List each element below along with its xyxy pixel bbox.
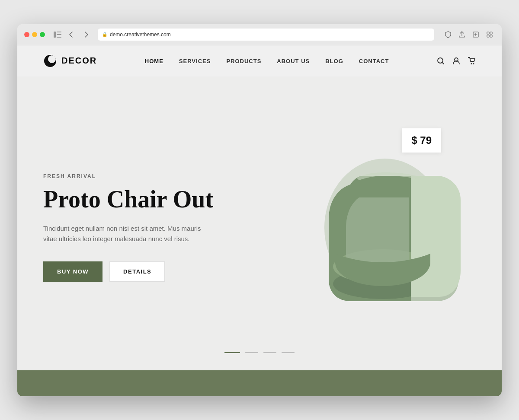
logo-text: DECOR [61, 56, 97, 66]
address-bar[interactable]: 🔒 demo.creativethemes.com [98, 29, 434, 41]
browser-chrome: 🔒 demo.creativethemes.com [17, 24, 502, 45]
account-button[interactable] [452, 57, 460, 65]
price-tag: $ 79 [402, 128, 441, 153]
svg-point-14 [473, 63, 474, 64]
chair-image [294, 137, 476, 318]
svg-rect-3 [57, 37, 61, 38]
hero-buttons: BUY NOW DETAILS [43, 261, 213, 282]
minimize-dot[interactable] [32, 32, 37, 37]
svg-rect-5 [487, 32, 489, 34]
svg-rect-8 [490, 35, 492, 37]
share-icon[interactable] [457, 29, 467, 40]
svg-rect-7 [487, 35, 489, 37]
url-text: demo.creativethemes.com [110, 32, 171, 38]
nav-blog[interactable]: BLOG [325, 58, 343, 64]
nav-icons [437, 57, 476, 65]
maximize-dot[interactable] [40, 32, 45, 37]
svg-rect-1 [57, 32, 61, 32]
browser-dots [24, 32, 45, 37]
slider-dot-1[interactable] [224, 352, 240, 353]
slider-dot-2[interactable] [245, 352, 258, 353]
back-button[interactable] [65, 30, 77, 39]
nav-home[interactable]: HOME [145, 58, 163, 64]
svg-rect-0 [54, 32, 56, 38]
slider-indicators [224, 352, 295, 353]
cart-button[interactable] [468, 57, 476, 65]
sidebar-toggle-icon[interactable] [54, 32, 61, 38]
logo-icon [43, 54, 57, 68]
search-button[interactable] [437, 57, 445, 65]
grid-icon[interactable] [484, 29, 495, 40]
lock-icon: 🔒 [102, 32, 107, 37]
nav-about[interactable]: ABOUT US [277, 58, 310, 64]
browser-right-controls [443, 29, 495, 40]
slider-dot-4[interactable] [282, 352, 295, 353]
svg-point-11 [438, 58, 443, 63]
hero-description: Tincidunt eget nullam non nisi est sit a… [43, 223, 208, 244]
browser-window: 🔒 demo.creativethemes.com [17, 24, 502, 396]
navbar: DECOR HOME SERVICES PRODUCTS ABOUT US BL… [17, 45, 502, 76]
slider-dot-3[interactable] [263, 352, 276, 353]
close-dot[interactable] [24, 32, 29, 37]
hero-content: FRESH ARRIVAL Proto Chair Out Tincidunt … [43, 173, 213, 282]
hero-tag: FRESH ARRIVAL [43, 173, 213, 179]
forward-button[interactable] [80, 30, 93, 39]
footer-bar [17, 370, 502, 396]
website: DECOR HOME SERVICES PRODUCTS ABOUT US BL… [17, 45, 502, 396]
svg-rect-2 [57, 34, 61, 35]
browser-controls [54, 30, 93, 39]
logo-link[interactable]: DECOR [43, 54, 97, 68]
nav-links: HOME SERVICES PRODUCTS ABOUT US BLOG CON… [145, 57, 389, 65]
new-tab-icon[interactable] [471, 29, 481, 40]
nav-contact[interactable]: CONTACT [359, 58, 389, 64]
svg-rect-6 [490, 32, 492, 34]
hero-title: Proto Chair Out [43, 186, 213, 213]
chair-svg [303, 141, 467, 314]
shield-icon[interactable] [443, 29, 453, 40]
nav-products[interactable]: PRODUCTS [226, 58, 261, 64]
nav-services[interactable]: SERVICES [179, 58, 211, 64]
buy-now-button[interactable]: BUY NOW [43, 261, 103, 282]
svg-point-10 [48, 55, 56, 63]
hero-section: FRESH ARRIVAL Proto Chair Out Tincidunt … [17, 76, 502, 370]
svg-point-13 [471, 63, 472, 64]
hero-image-area: $ 79 [213, 137, 476, 318]
details-button[interactable]: DETAILS [109, 261, 165, 282]
